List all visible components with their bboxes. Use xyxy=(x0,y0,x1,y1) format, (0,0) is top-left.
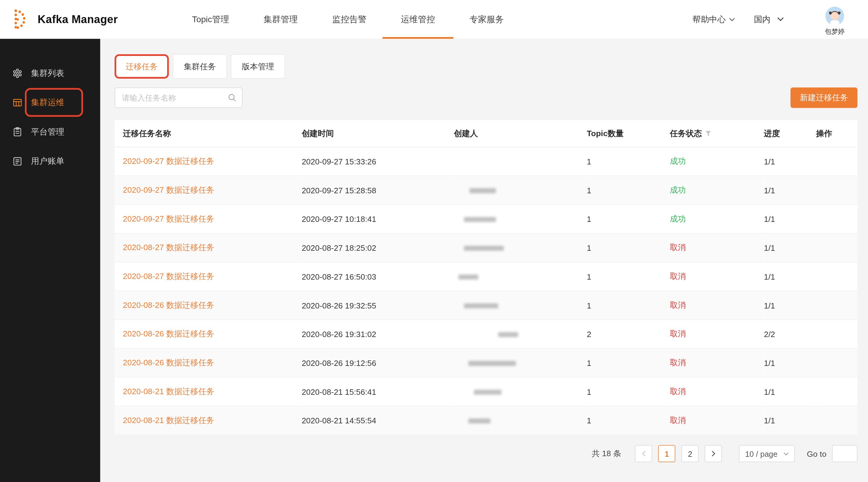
table-body: 2020-09-27 数据迁移任务 2020-09-27 15:33:26 1 … xyxy=(115,147,857,435)
status-badge: 取消 xyxy=(670,358,686,367)
status-cell: 取消 xyxy=(670,349,764,378)
task-name-link[interactable]: 2020-09-27 数据迁移任务 xyxy=(123,157,214,165)
new-migration-task-button[interactable]: 新建迁移任务 xyxy=(790,88,857,108)
pagination-prev-button[interactable] xyxy=(635,445,652,462)
brand[interactable]: Kafka Manager xyxy=(8,7,118,32)
sidebar-item-label: 用户账单 xyxy=(31,156,64,166)
task-name-cell: 2020-09-27 数据迁移任务 xyxy=(115,176,302,204)
task-name-link[interactable]: 2020-08-26 数据迁移任务 xyxy=(123,329,214,338)
progress-value: 1/1 xyxy=(764,176,816,204)
progress-value: 2/2 xyxy=(764,320,816,349)
pagination-page-2[interactable]: 2 xyxy=(681,445,699,462)
progress-value: 1/1 xyxy=(764,291,816,320)
sidebar-item-user-billing[interactable]: 用户账单 xyxy=(0,149,100,173)
topic-count: 1 xyxy=(587,176,670,204)
status-badge: 取消 xyxy=(670,329,686,338)
sidebar-item-label: 平台管理 xyxy=(31,126,64,137)
nav-ops-control[interactable]: 运维管控 xyxy=(401,0,435,39)
user-billing-icon xyxy=(12,156,23,166)
created-time: 2020-08-26 19:12:56 xyxy=(302,349,454,378)
nav-cluster-management[interactable]: 集群管理 xyxy=(264,0,298,39)
tab-version-management[interactable]: 版本管理 xyxy=(231,54,285,78)
task-name-link[interactable]: 2020-08-26 数据迁移任务 xyxy=(123,300,214,310)
actions-cell xyxy=(816,320,858,349)
search-input[interactable] xyxy=(115,88,243,108)
creator-cell xyxy=(454,176,587,204)
col-creator: 创建人 xyxy=(454,120,587,147)
col-task-name: 迁移任务名称 xyxy=(115,120,302,147)
progress-value: 1/1 xyxy=(764,262,816,291)
nav-monitoring-alerts[interactable]: 监控告警 xyxy=(332,0,367,39)
nav-expert-service[interactable]: 专家服务 xyxy=(470,0,504,39)
chevron-down-icon xyxy=(777,17,784,22)
task-name-link[interactable]: 2020-08-27 数据迁移任务 xyxy=(123,272,214,281)
progress-value: 1/1 xyxy=(764,204,816,233)
help-center-menu[interactable]: 帮助中心 xyxy=(693,14,735,25)
goto-page-input[interactable] xyxy=(832,445,858,462)
status-badge: 取消 xyxy=(670,272,686,281)
task-name-link[interactable]: 2020-08-21 数据迁移任务 xyxy=(123,387,214,396)
col-progress: 进度 xyxy=(764,120,816,147)
actions-cell xyxy=(816,176,858,204)
progress-value: 1/1 xyxy=(764,377,816,406)
task-name-link[interactable]: 2020-08-26 数据迁移任务 xyxy=(123,358,214,367)
status-cell: 成功 xyxy=(670,147,764,176)
table-row: 2020-09-27 数据迁移任务 2020-09-27 10:18:41 1 … xyxy=(115,204,857,233)
sidebar-item-platform-management[interactable]: 平台管理 xyxy=(0,120,100,144)
status-cell: 成功 xyxy=(670,176,764,204)
created-time: 2020-09-27 15:28:58 xyxy=(302,176,454,204)
col-actions: 操作 xyxy=(816,120,858,147)
table-row: 2020-08-26 数据迁移任务 2020-08-26 19:12:56 1 … xyxy=(115,349,857,378)
pagination-next-button[interactable] xyxy=(705,445,722,462)
pagination-page-1[interactable]: 1 xyxy=(658,445,675,462)
task-name-link[interactable]: 2020-09-27 数据迁移任务 xyxy=(123,185,214,194)
topic-count: 1 xyxy=(587,204,670,233)
table-row: 2020-08-26 数据迁移任务 2020-08-26 19:31:02 2 … xyxy=(115,320,857,349)
topic-count: 1 xyxy=(587,147,670,176)
status-filter-icon[interactable] xyxy=(705,130,711,138)
task-tabs: 迁移任务 集群任务 版本管理 xyxy=(115,54,857,78)
pagination: 共 18 条 1 2 10 / page Go to xyxy=(115,445,857,462)
task-name-link[interactable]: 2020-08-21 数据迁移任务 xyxy=(123,416,214,424)
user-avatar[interactable] xyxy=(826,7,844,26)
status-badge: 成功 xyxy=(670,214,686,223)
status-cell: 取消 xyxy=(670,291,764,320)
task-name-cell: 2020-09-27 数据迁移任务 xyxy=(115,204,302,233)
creator-redacted xyxy=(474,390,501,395)
progress-value: 1/1 xyxy=(764,349,816,378)
status-cell: 取消 xyxy=(670,233,764,262)
region-selector[interactable]: 国内 xyxy=(754,14,784,25)
creator-cell xyxy=(454,377,587,406)
creator-redacted xyxy=(470,188,496,193)
nav-label: 集群管理 xyxy=(264,14,298,25)
created-time: 2020-08-26 19:31:02 xyxy=(302,320,454,349)
table-row: 2020-09-27 数据迁移任务 2020-09-27 15:33:26 1 … xyxy=(115,147,857,176)
sidebar-item-cluster-list[interactable]: 集群列表 xyxy=(0,61,100,85)
task-name-link[interactable]: 2020-09-27 数据迁移任务 xyxy=(123,214,214,223)
nav-label: Topic管理 xyxy=(192,14,229,25)
platform-management-icon xyxy=(12,126,23,137)
creator-redacted xyxy=(498,332,518,337)
task-name-link[interactable]: 2020-08-27 数据迁移任务 xyxy=(123,243,214,252)
topic-count: 1 xyxy=(587,233,670,262)
actions-cell xyxy=(816,147,858,176)
creator-redacted xyxy=(468,418,491,423)
table-row: 2020-08-27 数据迁移任务 2020-08-27 18:25:02 1 … xyxy=(115,233,857,262)
region-label: 国内 xyxy=(754,14,771,25)
page-size-value: 10 / page xyxy=(745,449,777,458)
page-size-select[interactable]: 10 / page xyxy=(739,445,795,462)
actions-cell xyxy=(816,291,858,320)
migration-task-table: 迁移任务名称 创建时间 创建人 Topic数量 任务状态 进度 操作 2020-… xyxy=(115,120,857,435)
cluster-list-icon xyxy=(12,68,23,78)
nav-topic-management[interactable]: Topic管理 xyxy=(192,0,229,39)
tab-migration-tasks[interactable]: 迁移任务 xyxy=(115,54,169,78)
user-box: 包梦婷 xyxy=(825,7,845,36)
help-center-label: 帮助中心 xyxy=(693,14,726,25)
topic-count: 1 xyxy=(587,349,670,378)
tab-cluster-tasks[interactable]: 集群任务 xyxy=(173,54,227,78)
cluster-ops-icon xyxy=(12,97,23,108)
main-content: 迁移任务 集群任务 版本管理 新建迁移任务 xyxy=(100,39,868,482)
sidebar-item-cluster-ops[interactable]: 集群运维 xyxy=(0,90,100,115)
created-time: 2020-08-21 14:55:54 xyxy=(302,406,454,435)
status-cell: 取消 xyxy=(670,406,764,435)
